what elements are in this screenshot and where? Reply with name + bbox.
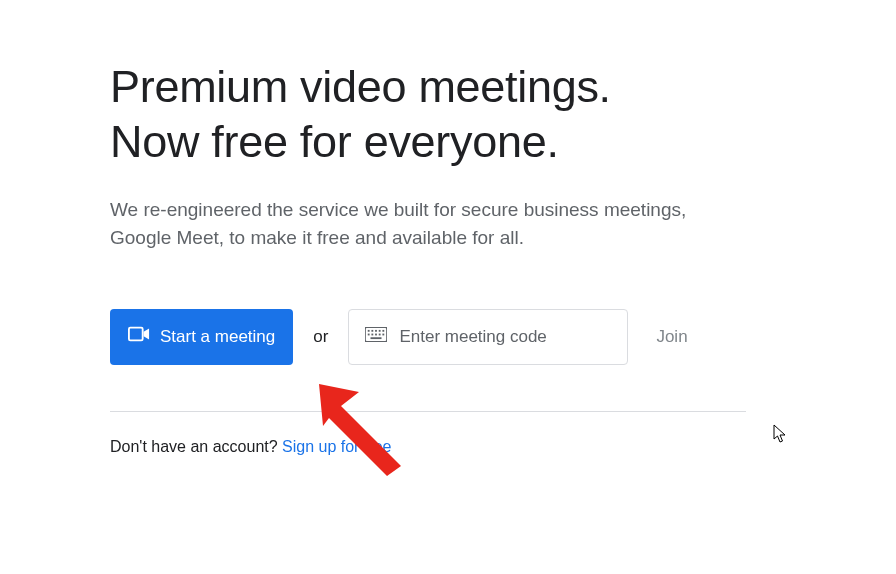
svg-rect-6 <box>383 330 385 332</box>
cursor-icon <box>773 424 789 448</box>
svg-rect-3 <box>372 330 374 332</box>
svg-rect-8 <box>372 334 374 336</box>
svg-rect-0 <box>129 328 143 341</box>
svg-rect-2 <box>368 330 370 332</box>
meeting-code-field[interactable] <box>348 309 628 365</box>
start-meeting-button[interactable]: Start a meeting <box>110 309 293 365</box>
start-meeting-label: Start a meeting <box>160 327 275 347</box>
divider <box>110 411 746 412</box>
svg-rect-7 <box>368 334 370 336</box>
svg-rect-4 <box>375 330 377 332</box>
meeting-code-input[interactable] <box>399 327 611 347</box>
join-button[interactable]: Join <box>648 327 695 347</box>
svg-rect-12 <box>371 338 382 340</box>
or-separator: or <box>313 327 328 347</box>
svg-rect-11 <box>383 334 385 336</box>
signup-text: Don't have an account? <box>110 438 282 455</box>
headline-line-1: Premium video meetings. <box>110 61 611 112</box>
signup-link[interactable]: Sign up for free <box>282 438 391 455</box>
headline-line-2: Now free for everyone. <box>110 116 559 167</box>
action-row: Start a meeting or <box>110 309 720 365</box>
signup-prompt: Don't have an account? Sign up for free <box>110 438 720 456</box>
video-camera-icon <box>128 326 150 347</box>
svg-rect-9 <box>375 334 377 336</box>
svg-rect-10 <box>379 334 381 336</box>
headline: Premium video meetings. Now free for eve… <box>110 60 720 170</box>
subhead: We re-engineered the service we built fo… <box>110 196 720 253</box>
keyboard-icon <box>365 327 387 346</box>
svg-rect-5 <box>379 330 381 332</box>
hero-section: Premium video meetings. Now free for eve… <box>0 0 720 456</box>
